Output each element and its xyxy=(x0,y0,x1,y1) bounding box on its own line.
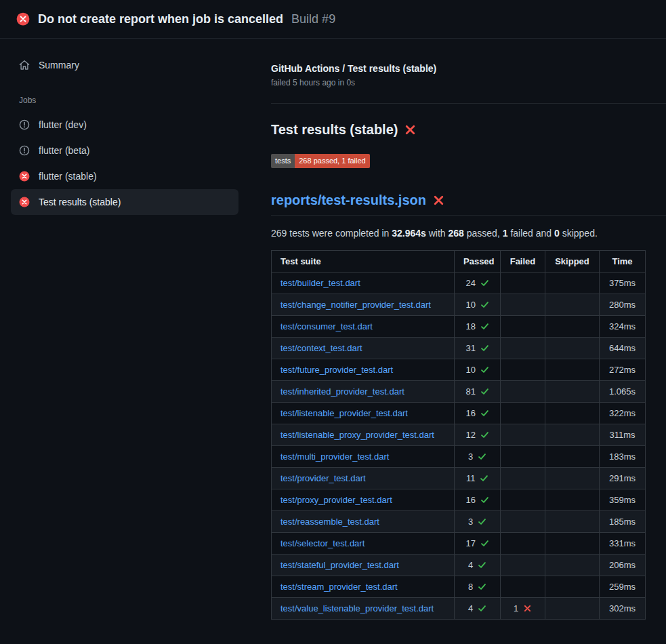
skipped-cell xyxy=(545,272,600,294)
skipped-cell xyxy=(545,359,600,380)
test-suite-link[interactable]: test/proxy_provider_test.dart xyxy=(280,495,392,505)
table-header-row: Test suite Passed Failed Skipped Time xyxy=(272,250,646,272)
section-title: Test results (stable) xyxy=(271,122,666,138)
col-header-time: Time xyxy=(600,250,646,272)
summary-duration: 32.964s xyxy=(392,228,426,239)
run-header: Do not create report when job is cancell… xyxy=(0,0,666,39)
failed-cell xyxy=(501,272,545,294)
sidebar: Summary Jobs flutter (dev) flutter (beta… xyxy=(0,39,249,215)
skipped-cell xyxy=(545,597,600,619)
failed-cell xyxy=(501,510,545,532)
suite-cell: test/proxy_provider_test.dart xyxy=(272,489,455,510)
passed-cell: 31 xyxy=(455,337,501,359)
test-suite-link[interactable]: test/multi_provider_test.dart xyxy=(280,451,389,462)
check-icon xyxy=(480,322,489,331)
breadcrumb: GitHub Actions / Test results (stable) xyxy=(271,63,666,74)
test-suite-link[interactable]: test/selector_test.dart xyxy=(280,538,365,548)
suite-cell: test/listenable_provider_test.dart xyxy=(272,402,455,424)
suite-cell: test/inherited_provider_test.dart xyxy=(272,380,455,402)
results-table-body: test/builder_test.dart24 375mstest/chang… xyxy=(272,272,646,619)
suite-cell: test/value_listenable_provider_test.dart xyxy=(272,597,455,619)
failed-cell xyxy=(501,402,545,424)
failed-cell xyxy=(501,554,545,576)
summary-line: 269 tests were completed in 32.964s with… xyxy=(271,228,666,239)
passed-cell: 10 xyxy=(455,359,501,380)
summary-text: failed and xyxy=(508,228,555,239)
failed-cell xyxy=(501,489,545,510)
suite-cell: test/change_notifier_provider_test.dart xyxy=(272,294,455,315)
jobs-section-label: Jobs xyxy=(11,96,238,105)
table-row: test/change_notifier_provider_test.dart1… xyxy=(272,294,646,315)
failed-status-icon xyxy=(16,12,30,26)
test-suite-link[interactable]: test/listenable_provider_test.dart xyxy=(280,408,408,418)
sidebar-item-flutter-stable[interactable]: flutter (stable) xyxy=(11,163,238,189)
table-row: test/consumer_test.dart18 324ms xyxy=(272,315,646,337)
summary-text: with xyxy=(426,228,449,239)
sidebar-item-test-results-stable[interactable]: Test results (stable) xyxy=(11,189,238,215)
test-suite-link[interactable]: test/listenable_proxy_provider_test.dart xyxy=(280,430,434,440)
skipped-cell xyxy=(545,337,600,359)
check-icon xyxy=(480,279,489,287)
x-circle-icon xyxy=(19,197,30,207)
sidebar-item-flutter-beta[interactable]: flutter (beta) xyxy=(11,138,238,163)
time-cell: 331ms xyxy=(600,532,646,554)
sidebar-item-summary[interactable]: Summary xyxy=(11,52,238,78)
check-icon xyxy=(480,539,489,548)
check-icon xyxy=(480,496,489,504)
failed-cell xyxy=(501,445,545,467)
table-row: test/provider_test.dart11 291ms xyxy=(272,467,646,489)
failed-cell xyxy=(501,294,545,315)
time-cell: 185ms xyxy=(600,510,646,532)
test-suite-link[interactable]: test/provider_test.dart xyxy=(280,473,366,483)
test-suite-link[interactable]: test/builder_test.dart xyxy=(280,278,360,288)
suite-cell: test/multi_provider_test.dart xyxy=(272,445,455,467)
passed-cell: 81 xyxy=(455,380,501,402)
test-suite-link[interactable]: test/stateful_provider_test.dart xyxy=(280,560,399,570)
check-icon xyxy=(480,300,489,309)
time-cell: 259ms xyxy=(600,576,646,597)
skipped-cell xyxy=(545,424,600,445)
passed-cell: 16 xyxy=(455,489,501,510)
home-icon xyxy=(19,60,30,71)
tests-badge: tests 268 passed, 1 failed xyxy=(271,154,370,168)
failed-cell xyxy=(501,576,545,597)
suite-cell: test/reassemble_test.dart xyxy=(272,510,455,532)
table-row: test/future_provider_test.dart10 272ms xyxy=(272,359,646,380)
alert-circle-icon xyxy=(19,145,30,156)
suite-cell: test/consumer_test.dart xyxy=(272,315,455,337)
failed-x-icon xyxy=(404,124,416,136)
sidebar-item-label: flutter (dev) xyxy=(39,119,87,130)
time-cell: 311ms xyxy=(600,424,646,445)
passed-cell: 4 xyxy=(455,597,501,619)
test-suite-link[interactable]: test/stream_provider_test.dart xyxy=(280,582,398,592)
test-suite-link[interactable]: test/consumer_test.dart xyxy=(280,321,373,331)
time-cell: 644ms xyxy=(600,337,646,359)
run-status-line: failed 5 hours ago in 0s xyxy=(271,78,666,87)
test-suite-link[interactable]: test/change_notifier_provider_test.dart xyxy=(280,300,431,310)
test-suite-link[interactable]: test/future_provider_test.dart xyxy=(280,365,393,375)
page-body: Summary Jobs flutter (dev) flutter (beta… xyxy=(0,39,666,636)
time-cell: 359ms xyxy=(600,489,646,510)
skipped-cell xyxy=(545,554,600,576)
passed-cell: 8 xyxy=(455,576,501,597)
report-link[interactable]: reports/test-results.json xyxy=(271,193,426,208)
table-row: test/multi_provider_test.dart3 183ms xyxy=(272,445,646,467)
table-row: test/context_test.dart31 644ms xyxy=(272,337,646,359)
section-title-text: Test results (stable) xyxy=(271,122,398,138)
test-suite-link[interactable]: test/value_listenable_provider_test.dart xyxy=(280,603,434,613)
table-row: test/value_listenable_provider_test.dart… xyxy=(272,597,646,619)
skipped-cell xyxy=(545,402,600,424)
test-suite-link[interactable]: test/context_test.dart xyxy=(280,343,362,353)
failed-cell xyxy=(501,337,545,359)
x-circle-icon xyxy=(19,171,30,182)
test-suite-link[interactable]: test/inherited_provider_test.dart xyxy=(280,386,404,397)
suite-cell: test/stream_provider_test.dart xyxy=(272,576,455,597)
failed-cell: 1 xyxy=(501,597,545,619)
table-row: test/proxy_provider_test.dart16 359ms xyxy=(272,489,646,510)
badge-value: 268 passed, 1 failed xyxy=(295,154,369,168)
col-header-passed: Passed xyxy=(455,250,501,272)
skipped-cell xyxy=(545,510,600,532)
time-cell: 291ms xyxy=(600,467,646,489)
sidebar-item-flutter-dev[interactable]: flutter (dev) xyxy=(11,112,238,138)
test-suite-link[interactable]: test/reassemble_test.dart xyxy=(280,517,379,527)
